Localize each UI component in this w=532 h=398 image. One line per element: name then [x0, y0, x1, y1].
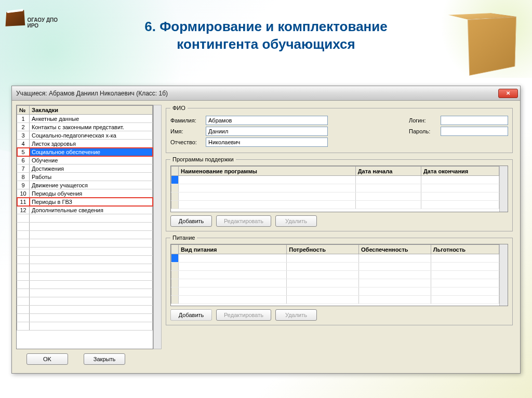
table-row[interactable] — [171, 184, 499, 193]
meals-col-benefit: Льготность — [431, 245, 499, 254]
programs-scrollbar[interactable] — [499, 166, 508, 212]
bookmark-row[interactable]: 2Контакты с законными представит. — [17, 123, 153, 131]
bookmarks-header-name: Закладки — [30, 106, 153, 115]
password-label: Пароль: — [409, 128, 437, 134]
bookmark-row[interactable]: 7Достижения — [17, 164, 153, 173]
meals-grid[interactable]: Вид питания Потребность Обеспеченность Л… — [170, 244, 508, 306]
middlename-label: Отчество: — [170, 139, 203, 145]
programs-legend: Программы поддержки — [170, 156, 236, 162]
programs-col-end: Дата окончания — [421, 167, 499, 176]
meals-add-button[interactable]: Добавить — [170, 309, 212, 321]
bookmark-row[interactable]: 8Работы — [17, 173, 153, 181]
table-row[interactable] — [171, 287, 499, 296]
table-row[interactable] — [171, 279, 499, 287]
lastname-label: Фамилия: — [170, 117, 203, 123]
bookmarks-table[interactable]: № Закладки 1Анкетные данные 2Контакты с … — [16, 105, 153, 349]
close-button[interactable]: ✕ — [498, 89, 518, 98]
table-row[interactable] — [171, 201, 499, 209]
login-input[interactable] — [441, 116, 508, 125]
ok-button[interactable]: OK — [26, 353, 68, 365]
programs-col-start: Дата начала — [355, 167, 421, 176]
bookmark-row[interactable]: 10Периоды обучения — [17, 189, 153, 198]
book-icon — [6, 10, 25, 26]
meals-col-need: Потребность — [287, 245, 359, 254]
firstname-label: Имя: — [170, 128, 203, 134]
table-row[interactable] — [171, 271, 499, 279]
programs-grid[interactable]: Наименование программы Дата начала Дата … — [170, 166, 508, 212]
firstname-input[interactable] — [206, 127, 328, 136]
table-row[interactable] — [171, 263, 499, 271]
table-row[interactable] — [171, 296, 499, 304]
meals-scrollbar[interactable] — [499, 244, 508, 306]
login-label: Логин: — [409, 117, 437, 123]
student-window: Учащиеся: Абрамов Даниил Николаевич (Кла… — [11, 86, 521, 374]
logo-text: ОГАОУ ДПО ИРО — [27, 17, 68, 29]
bookmark-row-selected[interactable]: 5Социальное обеспечение — [17, 148, 153, 156]
table-row[interactable] — [171, 254, 499, 263]
lastname-input[interactable] — [206, 116, 328, 125]
bookmark-row-highlighted[interactable]: 11Периоды в ГВЗ — [17, 198, 153, 206]
close-window-button[interactable]: Закрыть — [84, 353, 125, 365]
bookmark-row[interactable]: 6Обучение — [17, 156, 153, 164]
bookmark-row[interactable]: 4Листок здоровья — [17, 140, 153, 148]
institution-logo: ОГАОУ ДПО ИРО — [5, 5, 68, 31]
decorative-cube — [457, 13, 523, 93]
bookmark-row[interactable]: 1Анкетные данные — [17, 115, 153, 123]
meals-col-provided: Обеспеченность — [359, 245, 431, 254]
meals-col-type: Вид питания — [179, 245, 287, 254]
table-row[interactable] — [171, 193, 499, 201]
meals-delete-button[interactable]: Удалить — [275, 309, 317, 321]
middlename-input[interactable] — [206, 138, 328, 147]
window-title: Учащиеся: Абрамов Даниил Николаевич (Кла… — [16, 90, 168, 97]
bookmark-row[interactable]: 9Движение учащегося — [17, 181, 153, 189]
programs-edit-button[interactable]: Редактировать — [216, 215, 271, 227]
programs-add-button[interactable]: Добавить — [170, 215, 212, 227]
programs-delete-button[interactable]: Удалить — [275, 215, 317, 227]
fio-legend: ФИО — [170, 105, 188, 111]
programs-group: Программы поддержки Наименование програм… — [166, 156, 513, 231]
bookmark-row[interactable]: 12Дополнительные сведения — [17, 206, 153, 214]
bookmark-row[interactable]: 3Социально-педагогическая х-ка — [17, 131, 153, 140]
programs-col-name: Наименование программы — [179, 167, 356, 176]
meals-legend: Питание — [170, 235, 197, 241]
password-input[interactable] — [441, 127, 508, 136]
table-row[interactable] — [171, 176, 499, 184]
fio-group: ФИО Фамилия: Логин: Имя: Пароль: Отчест — [166, 105, 513, 153]
titlebar: Учащиеся: Абрамов Даниил Николаевич (Кла… — [12, 86, 520, 101]
bookmarks-scrollbar[interactable] — [153, 105, 162, 349]
bookmarks-header-num: № — [17, 106, 30, 115]
meals-edit-button[interactable]: Редактировать — [216, 309, 271, 321]
meals-group: Питание Вид питания Потребность Обеспече… — [166, 235, 513, 325]
